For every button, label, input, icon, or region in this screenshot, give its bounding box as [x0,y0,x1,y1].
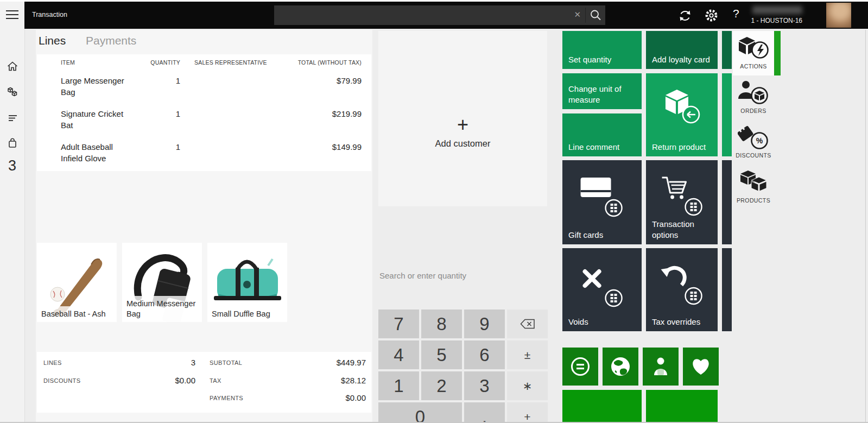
plus-icon: + [378,117,547,133]
key-6[interactable]: 6 [464,340,505,369]
key-4[interactable]: 4 [378,340,419,369]
product-card-label: Small Duffle Bag [207,306,287,322]
tile-change-unit-of-measure[interactable]: Change unit of measure [562,73,642,109]
shopping-bag-icon[interactable] [6,136,19,149]
help-icon[interactable]: ? [733,7,739,20]
tile-label: Set quantity [568,54,637,65]
cell-item: Adult Baseball Infield Glove [37,141,137,164]
tile-cropped[interactable] [562,390,642,422]
backspace-key[interactable] [507,310,548,338]
rail-tab-products[interactable]: PRODUCTS [733,165,774,210]
table-row[interactable]: Adult Baseball Infield Glove 1 $149.99 [37,136,371,169]
tile-globe[interactable] [603,348,638,386]
products-cubes-icon[interactable] [6,85,19,98]
tile-label: Add loyalty card [652,54,713,65]
product-card[interactable]: Baseball Bat - Ash [37,243,117,322]
lines-value: 3 [145,358,195,367]
actions-icon [738,36,769,60]
search-input[interactable] [278,5,563,26]
tile-voids[interactable]: Voids [562,248,642,331]
tile-label: Change unit of measure [568,84,637,105]
tile-list-circle[interactable] [562,348,598,386]
decimal-key[interactable]: . [464,402,505,423]
cell-quantity: 1 [137,75,180,86]
arrow-left-circle-icon [681,105,701,124]
plus-key[interactable]: + [507,402,548,423]
key-8[interactable]: 8 [421,310,462,338]
key-9[interactable]: 9 [464,310,505,338]
submenu-grid-icon [684,286,704,306]
person-icon [650,356,671,377]
tile-label: Gift cards [568,230,637,241]
product-card-label: Baseball Bat - Ash [37,306,117,322]
rail-label: PRODUCTS [733,197,774,204]
products-icon [739,170,768,193]
discounts-value: $0.00 [145,376,195,385]
circled-list-icon [570,356,591,377]
rail-tab-orders[interactable]: ORDERS [733,75,774,120]
tile-line-comment[interactable]: Line comment [562,113,642,156]
subtotal-value: $449.97 [308,358,366,367]
refresh-icon[interactable] [677,8,693,26]
tab-lines[interactable]: Lines [39,34,66,47]
col-header-sales-rep: SALES REPRESENTATIVE [180,59,286,66]
tile-customer[interactable] [643,348,679,386]
tab-payments[interactable]: Payments [86,34,136,47]
add-customer-panel[interactable]: + Add customer [378,31,547,206]
operator-name-redacted [752,6,802,14]
rail-label: ACTIONS [733,63,774,70]
key-2[interactable]: 2 [421,371,462,400]
rail-tab-discounts[interactable]: % DISCOUNTS [733,120,774,165]
cell-quantity: 1 [137,108,180,119]
product-card[interactable]: Small Duffle Bag [207,243,287,322]
tile-loyalty[interactable] [683,348,719,386]
submenu-grid-icon [604,198,624,218]
search-icon[interactable] [588,8,603,24]
tile-label: Tax overrides [652,317,713,327]
svg-text:%: % [756,136,763,145]
home-icon[interactable] [6,60,19,73]
clear-search-icon[interactable]: ✕ [574,10,581,20]
tile-cropped[interactable] [646,390,718,422]
table-row[interactable]: Signature Cricket Bat 1 $219.99 [37,103,371,136]
window-right-border [865,30,866,423]
key-7[interactable]: 7 [378,310,419,338]
tile-set-quantity[interactable]: Set quantity [562,31,642,69]
search-box: ✕ [274,5,605,25]
tile-add-loyalty-card[interactable]: Add loyalty card [646,31,718,69]
key-1[interactable]: 1 [378,371,419,400]
key-3[interactable]: 3 [464,371,505,400]
gear-icon[interactable] [704,8,719,25]
tile-sliver [722,160,732,244]
tile-label: Line comment [568,142,637,153]
add-customer-label: Add customer [378,138,547,149]
rail-tab-actions[interactable]: ACTIONS [733,31,774,75]
active-rail-indicator [774,31,781,75]
backspace-icon [520,319,535,329]
product-card[interactable]: Medium Messenger Bag [122,243,202,322]
heart-icon [690,357,712,376]
quantity-search-input[interactable] [378,266,549,285]
tile-sliver [722,73,732,156]
avatar[interactable] [826,3,851,28]
cell-item: Large Messenger Bag [37,75,137,98]
tile-transaction-options[interactable]: Transaction options [646,160,718,244]
key-0[interactable]: 0 [378,402,462,423]
journal-lines-icon[interactable] [6,111,19,124]
table-row[interactable]: Large Messenger Bag 1 $79.99 [37,70,371,103]
cart-line-count-badge[interactable]: 3 [0,157,24,174]
lines-table: ITEM QUANTITY SALES REPRESENTATIVE TOTAL… [37,54,371,171]
plus-minus-key[interactable]: ± [507,340,548,369]
tax-value: $28.12 [308,376,366,385]
tile-return-product[interactable]: Return product [646,73,718,156]
lines-label: LINES [43,359,62,366]
credit-card-icon [580,176,612,199]
key-5[interactable]: 5 [421,340,462,369]
tile-gift-cards[interactable]: Gift cards [562,160,642,244]
payments-label: PAYMENTS [210,395,243,401]
x-icon [580,267,604,291]
undo-arrow-icon [660,264,687,291]
multiply-key[interactable]: ∗ [507,371,548,400]
hamburger-menu-icon[interactable] [6,10,18,19]
tile-tax-overrides[interactable]: Tax overrides [646,248,718,331]
